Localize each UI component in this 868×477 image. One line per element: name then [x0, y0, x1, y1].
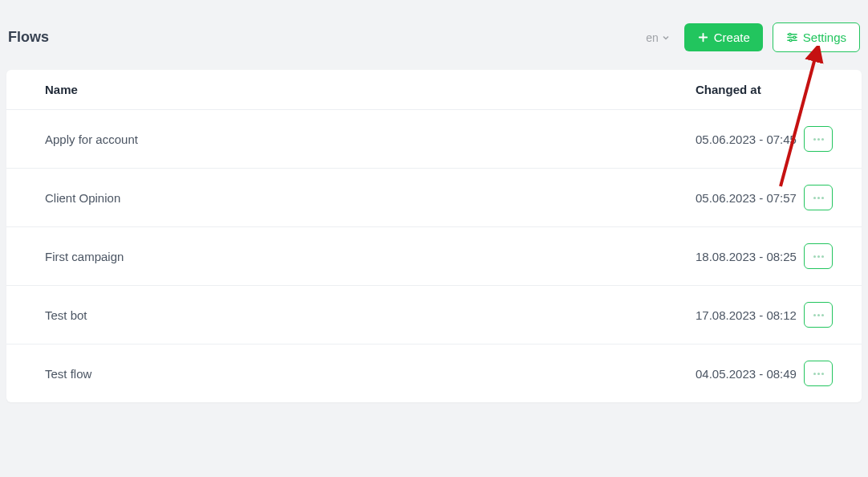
row-changed-at: 04.05.2023 - 08:49	[696, 365, 804, 382]
settings-button-label: Settings	[803, 31, 846, 44]
page-header: Flows en Create Settings	[0, 0, 868, 70]
table-row[interactable]: Test bot 17.08.2023 - 08:12	[6, 286, 862, 344]
row-changed-at: 17.08.2023 - 08:12	[696, 307, 804, 324]
language-label: en	[646, 31, 659, 44]
table-header: Name Changed at	[6, 70, 862, 110]
sliders-icon	[786, 31, 798, 43]
chevron-down-icon	[662, 34, 670, 42]
ellipsis-icon	[813, 197, 824, 199]
row-name: Test flow	[6, 367, 696, 381]
column-header-changed: Changed at	[696, 83, 804, 96]
ellipsis-icon	[813, 255, 824, 258]
language-selector[interactable]: en	[641, 31, 675, 44]
create-button[interactable]: Create	[684, 23, 763, 51]
table-row[interactable]: Test flow 04.05.2023 - 08:49	[6, 344, 862, 402]
row-name: Apply for account	[6, 132, 696, 146]
row-changed-at: 05.06.2023 - 07:57	[696, 190, 804, 206]
row-more-button[interactable]	[804, 185, 833, 210]
page-title: Flows	[8, 29, 49, 46]
table-row[interactable]: Apply for account 05.06.2023 - 07:45	[6, 110, 862, 169]
row-changed-at: 05.06.2023 - 07:45	[696, 131, 804, 148]
ellipsis-icon	[813, 138, 824, 141]
ellipsis-icon	[813, 314, 824, 316]
plus-icon	[697, 31, 709, 43]
row-more-button[interactable]	[804, 302, 833, 328]
flows-table: Name Changed at Apply for account 05.06.…	[6, 70, 862, 402]
table-row[interactable]: Client Opinion 05.06.2023 - 07:57	[6, 169, 862, 227]
create-button-label: Create	[714, 31, 750, 44]
row-changed-at: 18.08.2023 - 08:25	[696, 248, 804, 265]
row-more-button[interactable]	[804, 126, 833, 152]
header-actions: en Create Settings	[641, 22, 860, 52]
column-header-actions	[804, 83, 862, 96]
row-more-button[interactable]	[804, 361, 833, 386]
settings-button[interactable]: Settings	[773, 22, 860, 52]
svg-point-0	[789, 33, 791, 35]
ellipsis-icon	[813, 373, 824, 375]
row-name: Client Opinion	[6, 191, 696, 205]
column-header-name: Name	[6, 83, 696, 96]
row-name: First campaign	[6, 250, 696, 263]
svg-point-2	[789, 39, 792, 42]
svg-point-1	[793, 36, 796, 39]
row-name: Test bot	[6, 308, 696, 322]
row-more-button[interactable]	[804, 243, 833, 269]
table-row[interactable]: First campaign 18.08.2023 - 08:25	[6, 227, 862, 286]
